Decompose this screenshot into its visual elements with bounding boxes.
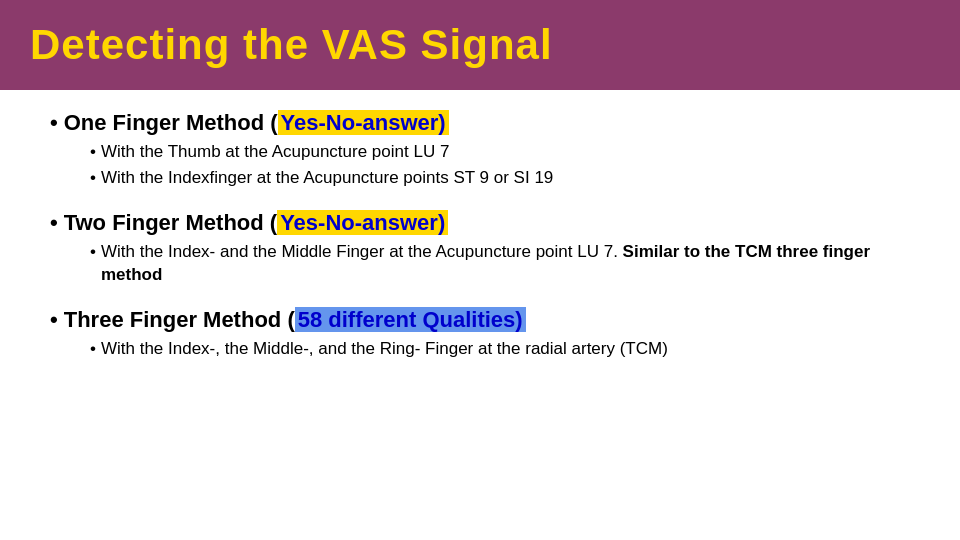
- two-finger-heading: • Two Finger Method (Yes-No-answer): [50, 210, 910, 236]
- three-finger-subitems: • With the Index-, the Middle-, and the …: [90, 337, 910, 361]
- section-one-finger: • One Finger Method (Yes-No-answer) • Wi…: [50, 110, 910, 190]
- sub-dot-2a: •: [90, 240, 96, 264]
- one-finger-subitems: • With the Thumb at the Acupuncture poin…: [90, 140, 910, 190]
- one-finger-heading: • One Finger Method (Yes-No-answer): [50, 110, 910, 136]
- slide-header: Detecting the VAS Signal: [0, 0, 960, 90]
- three-finger-sub1: • With the Index-, the Middle-, and the …: [90, 337, 910, 361]
- one-finger-highlight: Yes-No-answer): [278, 110, 449, 135]
- two-finger-label: Two Finger Method (Yes-No-answer): [64, 210, 449, 236]
- one-finger-sub1-text: With the Thumb at the Acupuncture point …: [101, 140, 449, 164]
- two-finger-highlight: Yes-No-answer): [277, 210, 448, 235]
- two-finger-subitems: • With the Index- and the Middle Finger …: [90, 240, 910, 288]
- section-three-finger: • Three Finger Method (58 different Qual…: [50, 307, 910, 361]
- sub-dot-3a: •: [90, 337, 96, 361]
- two-finger-sub1: • With the Index- and the Middle Finger …: [90, 240, 910, 288]
- section-two-finger: • Two Finger Method (Yes-No-answer) • Wi…: [50, 210, 910, 288]
- three-finger-heading: • Three Finger Method (58 different Qual…: [50, 307, 910, 333]
- bullet-dot-1: •: [50, 110, 58, 136]
- three-finger-highlight: 58 different Qualities): [295, 307, 526, 332]
- sub-dot-1a: •: [90, 140, 96, 164]
- one-finger-sub2-text: With the Indexfinger at the Acupuncture …: [101, 166, 553, 190]
- sub-dot-1b: •: [90, 166, 96, 190]
- slide-content: • One Finger Method (Yes-No-answer) • Wi…: [0, 90, 960, 540]
- slide: Detecting the VAS Signal • One Finger Me…: [0, 0, 960, 540]
- two-finger-bold: Similar to the TCM three finger method: [101, 242, 870, 285]
- one-finger-label: One Finger Method (Yes-No-answer): [64, 110, 449, 136]
- one-finger-sub2: • With the Indexfinger at the Acupunctur…: [90, 166, 910, 190]
- three-finger-label: Three Finger Method (58 different Qualit…: [64, 307, 526, 333]
- bullet-dot-3: •: [50, 307, 58, 333]
- one-finger-sub1: • With the Thumb at the Acupuncture poin…: [90, 140, 910, 164]
- two-finger-sub1-text: With the Index- and the Middle Finger at…: [101, 240, 910, 288]
- three-finger-sub1-text: With the Index-, the Middle-, and the Ri…: [101, 337, 668, 361]
- bullet-dot-2: •: [50, 210, 58, 236]
- slide-title: Detecting the VAS Signal: [30, 21, 553, 69]
